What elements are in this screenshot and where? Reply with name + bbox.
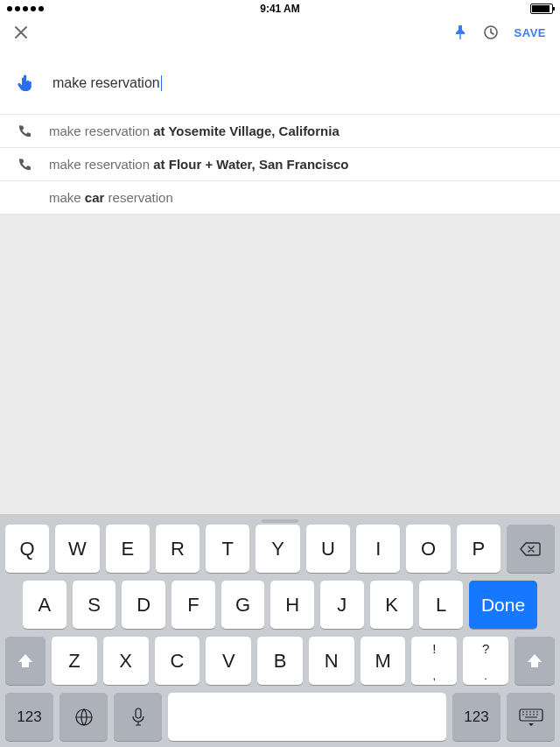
key-l[interactable]: L: [419, 581, 463, 629]
suggestion-list: make reservation at Yosemite Village, Ca…: [0, 114, 560, 215]
key-x[interactable]: X: [103, 637, 149, 685]
key-s[interactable]: S: [73, 581, 116, 629]
key-e[interactable]: E: [106, 525, 150, 573]
key-p[interactable]: P: [457, 525, 500, 573]
key-h[interactable]: H: [270, 581, 314, 629]
key-t[interactable]: T: [206, 525, 249, 573]
close-icon[interactable]: [14, 25, 28, 39]
svg-rect-4: [136, 708, 141, 718]
key-d[interactable]: D: [122, 581, 165, 629]
suggestion-item[interactable]: make reservation at Yosemite Village, Ca…: [0, 114, 560, 147]
key-w[interactable]: W: [55, 525, 99, 573]
key-k[interactable]: K: [370, 581, 414, 629]
key-b[interactable]: B: [257, 637, 303, 685]
status-time: 9:41 AM: [260, 3, 300, 15]
suggestion-item[interactable]: make reservation at Flour + Water, San F…: [0, 147, 560, 180]
suggestion-item[interactable]: make car reservation: [0, 180, 560, 215]
status-bar: 9:41 AM: [0, 0, 560, 18]
key-g[interactable]: G: [221, 581, 265, 629]
dictation-key[interactable]: [114, 693, 162, 741]
search-input[interactable]: make reservation: [52, 75, 162, 91]
numbers-key[interactable]: 123: [5, 693, 53, 741]
suggestion-text: make car reservation: [49, 190, 173, 205]
backspace-key[interactable]: [507, 525, 555, 573]
suggestion-text: make reservation at Yosemite Village, Ca…: [49, 123, 340, 138]
text-cursor: [161, 75, 162, 91]
key-f[interactable]: F: [172, 581, 215, 629]
battery-icon: [530, 4, 553, 14]
numbers-key[interactable]: 123: [452, 693, 500, 741]
space-key[interactable]: [168, 693, 446, 741]
key-n[interactable]: N: [309, 637, 354, 685]
header-bar: SAVE: [0, 18, 560, 47]
touch-icon: [16, 74, 33, 93]
key-j[interactable]: J: [320, 581, 364, 629]
comma-key[interactable]: !,: [411, 637, 457, 685]
signal-dots: [7, 6, 44, 11]
search-input-text: make reservation: [52, 75, 160, 91]
key-m[interactable]: M: [360, 637, 406, 685]
svg-rect-0: [459, 34, 460, 39]
shift-key[interactable]: [514, 637, 555, 685]
key-r[interactable]: R: [156, 525, 200, 573]
history-icon[interactable]: [483, 25, 499, 40]
key-c[interactable]: C: [155, 637, 200, 685]
key-i[interactable]: I: [356, 525, 400, 573]
search-row: make reservation: [0, 47, 560, 114]
shift-key[interactable]: [5, 637, 46, 685]
suggestion-text: make reservation at Flour + Water, San F…: [49, 157, 348, 172]
hide-keyboard-key[interactable]: [507, 693, 555, 741]
keyboard: QWERTYUIOP ASDFGHJKLDone ZXCVBNM!,?. 123…: [0, 514, 560, 747]
key-a[interactable]: A: [23, 581, 66, 629]
key-z[interactable]: Z: [52, 637, 97, 685]
done-key[interactable]: Done: [469, 581, 537, 629]
key-y[interactable]: Y: [256, 525, 299, 573]
keyboard-handle[interactable]: [0, 514, 560, 525]
pin-icon[interactable]: [453, 25, 467, 40]
phone-icon: [16, 158, 33, 172]
globe-key[interactable]: [60, 693, 108, 741]
content-area: [0, 215, 560, 514]
key-u[interactable]: U: [306, 525, 350, 573]
key-v[interactable]: V: [206, 637, 251, 685]
phone-icon: [16, 124, 33, 138]
key-o[interactable]: O: [406, 525, 450, 573]
save-button[interactable]: SAVE: [514, 26, 546, 39]
period-key[interactable]: ?.: [463, 637, 508, 685]
key-q[interactable]: Q: [5, 525, 49, 573]
